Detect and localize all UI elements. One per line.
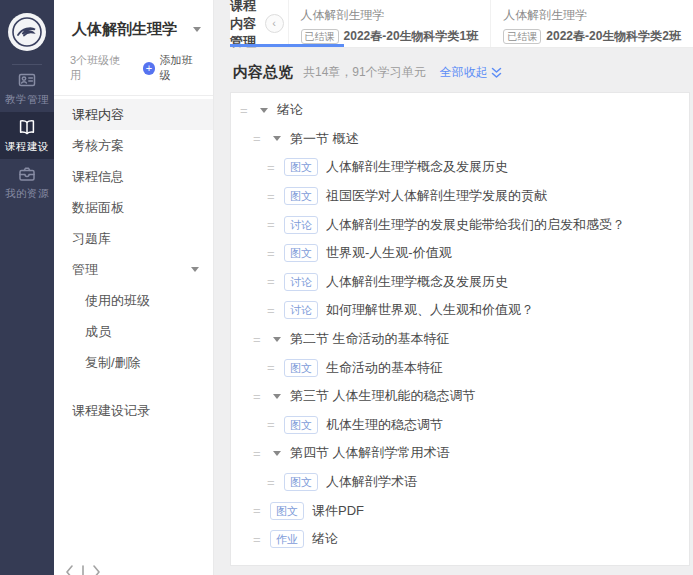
- menu-item-classes-in-use[interactable]: 使用的班级: [54, 285, 213, 316]
- menu-item-management[interactable]: 管理: [54, 254, 213, 285]
- drag-handle-icon[interactable]: =: [267, 246, 280, 261]
- unit-type-badge: 图文: [284, 158, 318, 176]
- menu-item-label: 课程信息: [72, 168, 124, 186]
- unit-title: 人体解剖学术语: [326, 473, 417, 491]
- tree-row-unit[interactable]: = 作业 绪论: [231, 525, 689, 554]
- tab-class-1[interactable]: 人体解剖生理学 已结课 2022春-20生物科学类1班: [288, 0, 491, 47]
- chevron-down-icon: [193, 27, 201, 32]
- tab-label: 课程内容管理: [230, 0, 262, 51]
- caret-down-icon[interactable]: [273, 451, 281, 456]
- add-class-button[interactable]: + 添加班级: [143, 53, 203, 83]
- classes-count: 3个班级使用: [70, 53, 131, 83]
- tree-row-unit[interactable]: = 图文 人体解剖学术语: [231, 468, 689, 497]
- caret-down-icon[interactable]: [273, 394, 281, 399]
- unit-title: 如何理解世界观、人生观和价值观？: [326, 301, 534, 319]
- unit-type-badge: 图文: [284, 244, 318, 262]
- collapse-sidebar-icon[interactable]: [64, 564, 102, 575]
- unit-type-badge: 讨论: [284, 273, 318, 291]
- tree-row-section[interactable]: = 第一节 概述: [231, 125, 689, 154]
- tree-row-unit[interactable]: = 图文 人体解剖生理学概念及发展历史: [231, 153, 689, 182]
- section-title: 第三节 人体生理机能的稳态调节: [290, 387, 476, 405]
- class-usage-row: 3个班级使用 + 添加班级: [54, 53, 213, 96]
- tab-course-content-management[interactable]: 课程内容管理: [230, 0, 262, 47]
- drag-handle-icon[interactable]: =: [253, 446, 266, 461]
- drag-handle-icon[interactable]: =: [253, 532, 266, 547]
- app-window: 教学管理 课程建设 我的资源 人体解剖生理学 3个班级使用 +: [0, 0, 693, 575]
- unit-title: 人体解剖生理学概念及发展历史: [326, 273, 508, 291]
- section-title: 第四节 人体解剖学常用术语: [290, 444, 450, 462]
- menu-item-label: 习题库: [72, 230, 111, 248]
- rail-item-label: 课程建设: [5, 140, 49, 154]
- collapse-all-link[interactable]: 全部收起: [440, 64, 502, 81]
- unit-title: 世界观-人生观-价值观: [326, 244, 452, 262]
- content-tree-card: = 绪论 = 第一节 概述 = 图文 人体解剖生理学概念及发展历史 = 图文 祖…: [230, 92, 690, 566]
- caret-down-icon[interactable]: [260, 108, 268, 113]
- drag-handle-icon[interactable]: =: [253, 332, 266, 347]
- course-switcher[interactable]: 人体解剖生理学: [54, 0, 213, 39]
- menu-item-copy-delete[interactable]: 复制/删除: [54, 347, 213, 378]
- tab-bar: 课程内容管理 ‹ 人体解剖生理学 已结课 2022春-20生物科学类1班 人体解…: [230, 0, 693, 48]
- tab-course-name: 人体解剖生理学: [301, 7, 479, 24]
- unit-type-badge: 图文: [284, 416, 318, 434]
- menu-item-label: 复制/删除: [85, 354, 141, 372]
- caret-down-icon[interactable]: [273, 136, 281, 141]
- drag-handle-icon[interactable]: =: [267, 360, 280, 375]
- double-chevron-down-icon: [491, 67, 502, 79]
- menu-item-course-content[interactable]: 课程内容: [54, 99, 213, 130]
- menu-item-question-bank[interactable]: 习题库: [54, 223, 213, 254]
- tree-row-unit[interactable]: = 讨论 人体解剖生理学概念及发展历史: [231, 268, 689, 297]
- tree-row-unit[interactable]: = 图文 机体生理的稳态调节: [231, 411, 689, 440]
- menu-item-course-info[interactable]: 课程信息: [54, 161, 213, 192]
- tree-row-section[interactable]: = 第三节 人体生理机能的稳态调节: [231, 382, 689, 411]
- course-sidebar: 人体解剖生理学 3个班级使用 + 添加班级 课程内容 考核方案 课程信息 数据面…: [54, 0, 214, 575]
- drag-handle-icon[interactable]: =: [240, 103, 253, 118]
- drag-handle-icon[interactable]: =: [267, 303, 280, 318]
- menu-item-members[interactable]: 成员: [54, 316, 213, 347]
- drag-handle-icon[interactable]: =: [267, 160, 280, 175]
- tree-row-unit[interactable]: = 图文 生命活动的基本特征: [231, 353, 689, 382]
- unit-title: 祖国医学对人体解剖生理学发展的贡献: [326, 187, 547, 205]
- tree-row-unit[interactable]: = 图文 课件PDF: [231, 496, 689, 525]
- menu-item-label: 课程建设记录: [72, 402, 150, 420]
- chevron-down-icon: [191, 267, 199, 272]
- tree-row-section[interactable]: = 第四节 人体解剖学常用术语: [231, 439, 689, 468]
- unit-type-badge: 图文: [284, 473, 318, 491]
- drag-handle-icon[interactable]: =: [253, 389, 266, 404]
- rail-item-course-building[interactable]: 课程建设: [0, 112, 54, 159]
- rail-item-label: 教学管理: [5, 93, 49, 107]
- content-overview-header: 内容总览 共14章，91个学习单元 全部收起: [233, 61, 502, 83]
- drag-handle-icon[interactable]: =: [267, 274, 280, 289]
- unit-title: 生命活动的基本特征: [326, 359, 443, 377]
- tree-row-unit[interactable]: = 图文 祖国医学对人体解剖生理学发展的贡献: [231, 182, 689, 211]
- drag-handle-icon[interactable]: =: [267, 417, 280, 432]
- section-title: 第一节 概述: [290, 130, 359, 148]
- tree-row-unit[interactable]: = 图文 世界观-人生观-价值观: [231, 239, 689, 268]
- tree-row-unit[interactable]: = 讨论 人体解剖生理学的发展史能带给我们的启发和感受？: [231, 210, 689, 239]
- class-name: 2022春-20生物科学类1班: [344, 28, 479, 45]
- tree-row-unit[interactable]: = 讨论 如何理解世界观、人生观和价值观？: [231, 296, 689, 325]
- unit-title: 人体解剖生理学的发展史能带给我们的启发和感受？: [326, 216, 625, 234]
- rail-item-teaching[interactable]: 教学管理: [0, 65, 54, 112]
- drag-handle-icon[interactable]: =: [253, 131, 266, 146]
- drag-handle-icon[interactable]: =: [267, 475, 280, 490]
- tab-scroll-left-button[interactable]: ‹: [265, 14, 284, 33]
- status-badge: 已结课: [503, 29, 541, 44]
- drag-handle-icon[interactable]: =: [253, 503, 266, 518]
- course-menu: 课程内容 考核方案 课程信息 数据面板 习题库 管理 使用的班级 成员 复制/删…: [54, 96, 213, 426]
- rail-item-my-resources[interactable]: 我的资源: [0, 159, 54, 206]
- menu-item-assessment-plan[interactable]: 考核方案: [54, 130, 213, 161]
- menu-item-build-record[interactable]: 课程建设记录: [54, 395, 213, 426]
- unit-type-badge: 讨论: [284, 216, 318, 234]
- menu-item-data-dashboard[interactable]: 数据面板: [54, 192, 213, 223]
- overview-title: 内容总览: [233, 63, 293, 82]
- caret-down-icon[interactable]: [273, 337, 281, 342]
- id-card-icon: [17, 70, 37, 90]
- unit-title: 绪论: [312, 530, 338, 548]
- tree-row-section[interactable]: = 第二节 生命活动的基本特征: [231, 325, 689, 354]
- tab-class-2[interactable]: 人体解剖生理学 已结课 2022春-20生物科学类2班: [490, 0, 693, 47]
- tree-row-chapter[interactable]: = 绪论: [231, 96, 689, 125]
- menu-item-label: 成员: [85, 323, 111, 341]
- drag-handle-icon[interactable]: =: [267, 189, 280, 204]
- drag-handle-icon[interactable]: =: [267, 217, 280, 232]
- school-logo[interactable]: [7, 12, 47, 52]
